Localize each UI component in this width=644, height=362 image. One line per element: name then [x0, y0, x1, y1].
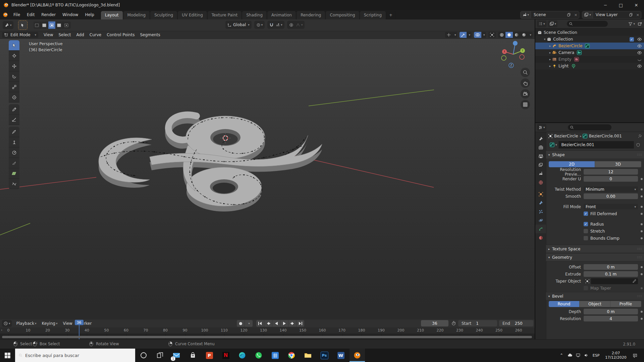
action-center-icon[interactable]	[631, 349, 639, 362]
decorator-dot[interactable]	[641, 318, 643, 320]
decorator-dot[interactable]	[641, 273, 643, 275]
shading-wireframe-icon[interactable]	[498, 32, 505, 38]
taskbar-app-mail[interactable]: 1	[169, 349, 184, 362]
collection-checkbox[interactable]: ✓	[630, 37, 634, 42]
overlays-icon[interactable]	[474, 32, 481, 38]
taskbar-app-chrome[interactable]	[284, 349, 299, 362]
workspace-tab-uv-editing[interactable]: UV Editing	[178, 11, 207, 19]
shading-material-icon[interactable]	[513, 32, 520, 38]
select-mode-new[interactable]	[34, 21, 41, 29]
pan-hand-icon[interactable]	[521, 78, 530, 88]
taskbar-app-task-view[interactable]	[152, 349, 168, 362]
menu-help[interactable]: Help	[82, 11, 97, 18]
viewport-menu-view[interactable]: View	[41, 32, 56, 38]
play-button[interactable]	[280, 320, 288, 327]
frame-end-field[interactable]: End250	[499, 320, 533, 326]
option-2d[interactable]: 2D	[549, 161, 595, 167]
taskbar-app-photoshop[interactable]: Ps	[317, 349, 332, 362]
workspace-tab-modeling[interactable]: Modeling	[123, 11, 150, 19]
decorator-dot[interactable]	[641, 195, 643, 197]
outliner-row-scene-collection[interactable]: Scene Collection	[535, 29, 644, 36]
shading-rendered-icon[interactable]	[520, 32, 528, 38]
overlays-dropdown-chevron[interactable]: ▾	[481, 32, 486, 38]
properties-tab-object[interactable]	[535, 190, 546, 198]
select-mode-invert[interactable]	[56, 21, 63, 29]
jump-prev-keyframe-button[interactable]	[264, 320, 272, 327]
active-tool-button[interactable]	[18, 20, 28, 30]
menu-window[interactable]: Window	[59, 11, 82, 18]
outliner-row-light[interactable]: ▸Light	[535, 63, 644, 69]
dropdown-twist-method[interactable]: Minimum▾	[584, 186, 638, 192]
timeline-menu-view[interactable]: View	[60, 320, 75, 326]
snap-group[interactable]: ▾	[267, 21, 284, 29]
scene-selector[interactable]: ▾ Scene ×	[520, 11, 580, 19]
taskbar-app-whatsapp[interactable]	[251, 349, 266, 362]
taskbar-app-edge[interactable]	[234, 349, 250, 362]
playhead-label[interactable]: 36	[75, 320, 84, 325]
number-field-resolution-previe[interactable]: 12	[584, 169, 638, 175]
properties-search-input[interactable]	[568, 124, 611, 130]
taskbar-app-cortana[interactable]	[136, 349, 151, 362]
option-round[interactable]: Round	[549, 301, 580, 307]
record-dropdown-chevron[interactable]: ▾	[245, 320, 253, 327]
taskbar-app-calendar[interactable]	[267, 349, 283, 362]
viewport-menu-curve[interactable]: Curve	[87, 32, 104, 38]
tool-transform[interactable]	[9, 92, 19, 103]
outliner-row-beziercircle[interactable]: ▸BezierCircle	[535, 43, 644, 49]
close-icon[interactable]: ×	[635, 13, 641, 17]
number-field-depth[interactable]: 0 m	[584, 309, 638, 314]
properties-tab-material[interactable]	[535, 233, 546, 242]
tool-extrude[interactable]	[9, 137, 19, 147]
decorator-dot[interactable]	[641, 266, 643, 268]
viewport-3d[interactable]: XYZ User Perspective (36) BezierCircle	[0, 39, 535, 319]
light-data-icon[interactable]	[571, 63, 576, 69]
mode-dropdown[interactable]: Edit Mode ▾	[2, 32, 38, 38]
tool-rotate[interactable]	[9, 71, 19, 82]
option-profile[interactable]: Profile	[610, 301, 641, 307]
outliner-row-camera[interactable]: ▸Camera	[535, 49, 644, 56]
network-icon[interactable]	[574, 349, 582, 362]
menu-render[interactable]: Render	[38, 11, 59, 18]
decorator-dot[interactable]	[641, 206, 643, 208]
expander-right-icon[interactable]: ▸	[548, 44, 552, 48]
view-layer-selector[interactable]: ▾ View Layer ×	[582, 11, 641, 19]
properties-tab-tool[interactable]	[535, 134, 546, 143]
timeline-scrollbar[interactable]	[2, 336, 532, 338]
volume-icon[interactable]	[582, 349, 590, 362]
checkbox-stretch[interactable]	[584, 229, 588, 233]
proportional-edit-group[interactable]: ▾	[287, 21, 305, 29]
eye-visible-icon[interactable]	[637, 44, 642, 49]
curve-data-icon[interactable]	[585, 43, 590, 49]
expander-right-icon[interactable]: ▸	[548, 51, 552, 54]
timeline-editor-dropdown[interactable]: ▾	[2, 320, 12, 327]
add-workspace-button[interactable]: +	[386, 11, 395, 19]
orthographic-grid-icon[interactable]	[521, 100, 530, 109]
timeline-menu-keying[interactable]: Keying▾	[39, 320, 60, 326]
workspace-tab-layout[interactable]: Layout	[101, 11, 123, 19]
viewport-menu-segments[interactable]: Segments	[137, 32, 163, 38]
pivot-point-dropdown[interactable]: ▾	[254, 21, 265, 29]
start-button[interactable]	[0, 349, 15, 362]
decorator-dot[interactable]	[641, 188, 643, 190]
viewport-menu-add[interactable]: Add	[74, 32, 87, 38]
onedrive-cloud-icon[interactable]	[566, 349, 574, 362]
decorator-dot[interactable]	[641, 230, 643, 232]
workspace-tab-texture-paint[interactable]: Texture Paint	[208, 11, 242, 19]
eyedropper-icon[interactable]	[631, 279, 638, 283]
filter-funnel-icon[interactable]	[628, 22, 633, 26]
play-reverse-button[interactable]	[272, 320, 280, 327]
checkbox-bounds-clamp[interactable]	[584, 236, 588, 240]
number-field-render-u[interactable]: 0	[584, 176, 638, 182]
expander-right-icon[interactable]: ▸	[548, 58, 552, 61]
option-3d[interactable]: 3D	[595, 161, 641, 167]
maximize-button[interactable]: □	[613, 0, 629, 10]
viewport-menu-select[interactable]: Select	[56, 32, 73, 38]
breadcrumb-object[interactable]: BezierCircle	[554, 134, 578, 138]
decorator-dot[interactable]	[641, 237, 643, 239]
tool-radius[interactable]	[9, 147, 19, 158]
workspace-tab-rendering[interactable]: Rendering	[297, 11, 325, 19]
shading-solid-icon[interactable]	[505, 32, 513, 38]
timeline-menu-playback[interactable]: Playback▾	[14, 320, 39, 326]
expander-down-icon[interactable]: ▾	[543, 38, 547, 41]
properties-tab-scene[interactable]	[535, 169, 546, 178]
